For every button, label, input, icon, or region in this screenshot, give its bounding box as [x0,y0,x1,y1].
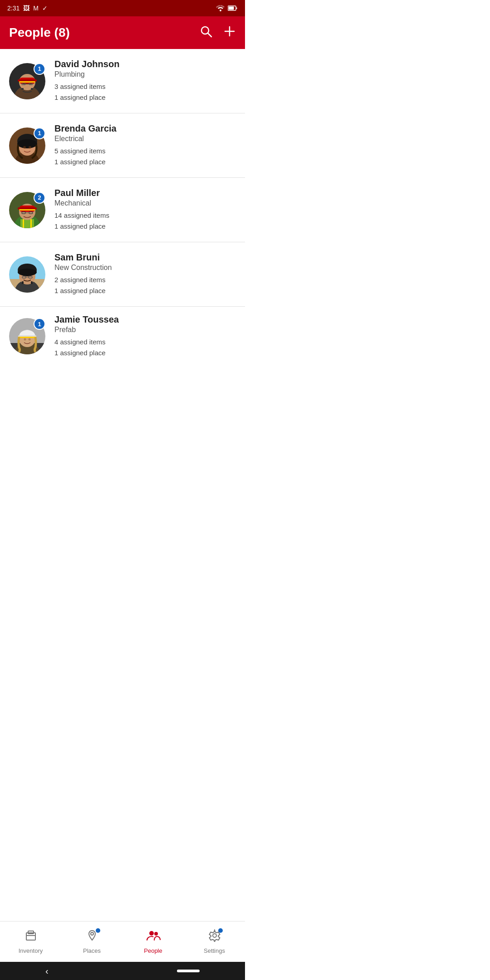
header-actions [200,25,236,41]
status-bar-left: 2:31 🖼 M ✓ [7,5,48,12]
person-item[interactable]: 2 Paul Miller Mechanical 14 assigned ite… [0,178,245,242]
people-list: 1 David Johnson Plumbing 3 assigned item… [0,49,245,366]
svg-rect-15 [21,88,24,90]
page-header: People (8) [0,16,245,49]
svg-rect-2 [229,7,234,10]
svg-rect-25 [23,219,24,228]
notification-badge: 1 [34,63,45,75]
person-item[interactable]: Sam Bruni New Construction 2 assigned it… [0,242,245,307]
avatar [9,256,45,293]
svg-point-0 [220,10,221,11]
person-department: Electrical [54,135,236,143]
svg-rect-43 [31,281,33,284]
person-info: Sam Bruni New Construction 2 assigned it… [54,252,236,296]
svg-rect-26 [30,219,32,228]
person-info: Brenda Garcia Electrical 5 assigned item… [54,123,236,167]
svg-rect-48 [18,337,36,338]
avatar: 1 [9,127,45,164]
notification-badge: 1 [34,318,45,330]
person-name: David Johnson [54,59,236,69]
person-info: Jamie Toussea Prefab 4 assigned items 1 … [54,314,236,358]
svg-line-4 [208,33,211,37]
assigned-items: 2 assigned items [54,274,236,285]
person-name: Sam Bruni [54,252,236,263]
time-display: 2:31 [7,5,20,12]
svg-point-21 [23,146,26,149]
assigned-place: 1 assigned place [54,348,236,358]
avatar: 1 [9,63,45,99]
wifi-icon [216,5,225,11]
person-department: New Construction [54,264,236,272]
person-department: Prefab [54,326,236,334]
notification-badge: 1 [34,127,45,139]
svg-point-20 [17,139,37,148]
avatar: 1 [9,318,45,354]
svg-point-22 [29,146,31,149]
assigned-items: 3 assigned items [54,81,236,92]
svg-rect-24 [20,219,34,228]
svg-rect-11 [19,81,35,83]
avatar: 2 [9,192,45,228]
person-name: Paul Miller [54,188,236,198]
gmail-icon: M [33,5,39,12]
page-title: People (8) [9,25,70,40]
photo-icon: 🖼 [23,5,29,12]
assigned-items: 5 assigned items [54,146,236,157]
battery-icon [228,5,238,11]
person-meta: 5 assigned items 1 assigned place [54,146,236,167]
add-icon[interactable] [223,25,236,41]
assigned-place: 1 assigned place [54,92,236,103]
assigned-place: 1 assigned place [54,157,236,167]
svg-point-49 [24,338,26,341]
svg-point-50 [29,338,31,341]
status-bar: 2:31 🖼 M ✓ [0,0,245,16]
person-info: David Johnson Plumbing 3 assigned items … [54,59,236,103]
person-meta: 14 assigned items 1 assigned place [54,210,236,232]
notification-badge: 2 [34,192,45,204]
assigned-place: 1 assigned place [54,285,236,296]
assigned-items: 4 assigned items [54,337,236,348]
person-department: Mechanical [54,199,236,207]
person-meta: 4 assigned items 1 assigned place [54,337,236,358]
person-item[interactable]: 1 Brenda Garcia Electrical 5 assigned it… [0,113,245,178]
svg-rect-16 [31,88,33,90]
status-bar-right [216,5,238,11]
person-item[interactable]: 1 Jamie Toussea Prefab 4 assigned items … [0,307,245,366]
svg-point-38 [18,269,37,276]
person-meta: 3 assigned items 1 assigned place [54,81,236,103]
svg-rect-42 [22,281,24,284]
person-department: Plumbing [54,70,236,78]
assigned-place: 1 assigned place [54,221,236,232]
person-info: Paul Miller Mechanical 14 assigned items… [54,188,236,232]
person-meta: 2 assigned items 1 assigned place [54,274,236,296]
person-name: Jamie Toussea [54,314,236,325]
tasks-icon: ✓ [42,5,48,12]
person-item[interactable]: 1 David Johnson Plumbing 3 assigned item… [0,49,245,113]
search-icon[interactable] [200,25,212,41]
svg-rect-30 [19,209,35,211]
assigned-items: 14 assigned items [54,210,236,221]
person-name: Brenda Garcia [54,123,236,134]
